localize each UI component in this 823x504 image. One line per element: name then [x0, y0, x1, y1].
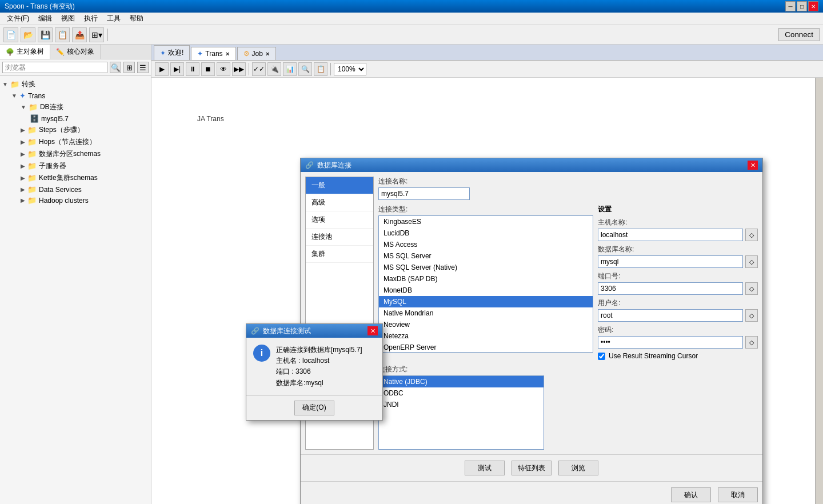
right-scrollbar[interactable] — [815, 78, 823, 504]
tree-cluster-schemas[interactable]: ▶ 📁 Kettle集群schemas — [2, 172, 149, 184]
tab-main-objects[interactable]: 🌳 主对象树 — [0, 45, 50, 59]
expand-button[interactable]: ☰ — [137, 62, 149, 73]
db-nav-options[interactable]: 选项 — [306, 211, 373, 229]
db-dialog-confirm-footer: 确认 取消 — [301, 481, 762, 504]
port-input[interactable] — [598, 282, 743, 295]
tab-job-close[interactable]: ✕ — [265, 51, 270, 57]
tab-welcome[interactable]: ✦ 欢迎! — [154, 45, 190, 60]
tree-data-services[interactable]: ▶ 📁 Data Services — [2, 184, 149, 195]
test-ok-button[interactable]: 确定(O) — [294, 401, 334, 415]
user-input[interactable] — [598, 309, 743, 322]
mysql-icon: 🗄️ — [30, 114, 39, 123]
confirm-button[interactable]: 确认 — [671, 487, 711, 502]
password-input[interactable] — [598, 336, 743, 349]
tree-hadoop-clusters[interactable]: ▶ 📁 Hadoop clusters — [2, 195, 149, 206]
type-native-mondrian[interactable]: Native Mondrian — [379, 307, 593, 319]
tree-steps[interactable]: ▶ 📁 Steps（步骤） — [2, 124, 149, 136]
tab-core-objects[interactable]: ✏️ 核心对象 — [50, 45, 101, 59]
layers-button[interactable]: ⊞▾ — [89, 27, 104, 42]
new-button[interactable]: 📄 — [3, 27, 18, 42]
open-button[interactable]: 📂 — [21, 27, 35, 42]
tree-hops[interactable]: ▶ 📁 Hops（节点连接） — [2, 136, 149, 148]
method-odbc[interactable]: ODBC — [379, 387, 544, 399]
left-panel-tabs: 🌳 主对象树 ✏️ 核心对象 — [0, 45, 151, 59]
tabs-bar: ✦ 欢迎! ✦ Trans ✕ ⚙ Job ✕ — [151, 45, 823, 61]
method-native[interactable]: Native (JDBC) — [379, 376, 544, 387]
tab-trans[interactable]: ✦ Trans ✕ — [191, 47, 235, 60]
cancel-button[interactable]: 取消 — [718, 487, 758, 502]
stop-button[interactable]: ⏹ — [201, 62, 215, 76]
tree-db-conn[interactable]: ▼ 📁 DB连接 — [2, 101, 149, 113]
host-input[interactable] — [598, 229, 743, 241]
type-mssql-native[interactable]: MS SQL Server (Native) — [379, 262, 593, 273]
save-as-button[interactable]: 📋 — [55, 27, 70, 42]
menu-file[interactable]: 文件(F) — [2, 13, 34, 25]
tree-root-label: 转换 — [22, 79, 35, 89]
tree-slave-servers[interactable]: ▶ 📁 子服务器 — [2, 160, 149, 172]
type-neoview[interactable]: Neoview — [379, 319, 593, 330]
tree-db-schemas[interactable]: ▶ 📁 数据库分区schemas — [2, 148, 149, 160]
type-maxdb[interactable]: MaxDB (SAP DB) — [379, 273, 593, 285]
tree-trans[interactable]: ▼ ✦ Trans — [2, 90, 149, 101]
type-kingbasees[interactable]: KingbaseES — [379, 216, 593, 227]
db-nav-general[interactable]: 一般 — [306, 177, 373, 194]
db-nav-cluster[interactable]: 集群 — [306, 246, 373, 263]
hadoop-arrow: ▶ — [21, 197, 25, 203]
method-jndi[interactable]: JNDI — [379, 399, 544, 410]
search-input[interactable] — [2, 62, 107, 73]
db-type-list[interactable]: KingbaseES LucidDB MS Access MS SQL Serv… — [378, 215, 593, 353]
conn-method-list[interactable]: Native (JDBC) ODBC JNDI — [378, 375, 544, 450]
menu-edit[interactable]: 编辑 — [34, 13, 57, 25]
explore-button[interactable]: 浏览 — [558, 461, 598, 475]
host-browse-icon[interactable]: ◇ — [745, 229, 758, 241]
user-browse-icon[interactable]: ◇ — [745, 309, 758, 322]
menu-help[interactable]: 帮助 — [125, 13, 148, 25]
features-button[interactable]: 特征列表 — [512, 461, 552, 475]
type-monetdb[interactable]: MonetDB — [379, 285, 593, 296]
conn-name-input[interactable] — [378, 187, 470, 200]
menu-view[interactable]: 视图 — [57, 13, 79, 25]
streaming-cursor-checkbox[interactable] — [598, 353, 605, 360]
check-button[interactable]: ✓✓ — [252, 62, 266, 76]
test-button[interactable]: 测试 — [465, 461, 505, 475]
dbname-input[interactable] — [598, 255, 743, 268]
port-browse-icon[interactable]: ◇ — [745, 282, 758, 295]
db-connect-button[interactable]: 🔌 — [267, 62, 281, 76]
db-nav-pool[interactable]: 连接池 — [306, 229, 373, 246]
type-mssql[interactable]: MS SQL Server — [379, 250, 593, 262]
run-options-button[interactable]: ▶| — [170, 62, 184, 76]
run-button[interactable]: ▶ — [155, 62, 169, 76]
minimize-button[interactable]: ─ — [785, 1, 796, 11]
type-netezza[interactable]: Netezza — [379, 330, 593, 342]
close-button[interactable]: ✕ — [808, 1, 818, 11]
collapse-button[interactable]: ⊞ — [123, 62, 135, 73]
dbname-browse-icon[interactable]: ◇ — [745, 255, 758, 268]
show-results-button[interactable]: 📋 — [314, 62, 327, 76]
connect-button[interactable]: Connect — [778, 28, 820, 41]
main-objects-icon: 🌳 — [6, 48, 14, 56]
db-dialog-close[interactable]: ✕ — [748, 161, 758, 170]
tree-mysql[interactable]: 🗄️ mysql5.7 — [2, 113, 149, 124]
menu-execute[interactable]: 执行 — [79, 13, 102, 25]
type-msaccess[interactable]: MS Access — [379, 239, 593, 250]
tab-job[interactable]: ⚙ Job ✕ — [237, 47, 276, 60]
preview-button[interactable]: 👁 — [217, 62, 230, 76]
db-nav-advanced[interactable]: 高级 — [306, 194, 373, 211]
tree-root[interactable]: ▼ 📁 转换 — [2, 78, 149, 90]
test-dialog-close[interactable]: ✕ — [367, 326, 378, 335]
search-button[interactable]: 🔍 — [110, 62, 121, 73]
type-luciddb[interactable]: LucidDB — [379, 227, 593, 239]
tab-trans-close[interactable]: ✕ — [225, 51, 230, 57]
menu-tools[interactable]: 工具 — [102, 13, 125, 25]
sql-button[interactable]: 📊 — [283, 62, 297, 76]
export-button[interactable]: 📤 — [72, 27, 87, 42]
step-button[interactable]: ▶▶ — [232, 62, 246, 76]
zoom-select[interactable]: 100% — [334, 63, 366, 75]
password-browse-icon[interactable]: ◇ — [745, 336, 758, 349]
save-button[interactable]: 💾 — [38, 27, 53, 42]
explore-db-button[interactable]: 🔍 — [298, 62, 312, 76]
type-mysql[interactable]: MySQL — [379, 296, 593, 307]
type-openerp[interactable]: OpenERP Server — [379, 342, 593, 353]
pause-button[interactable]: ⏸ — [186, 62, 199, 76]
maximize-button[interactable]: □ — [797, 1, 807, 11]
